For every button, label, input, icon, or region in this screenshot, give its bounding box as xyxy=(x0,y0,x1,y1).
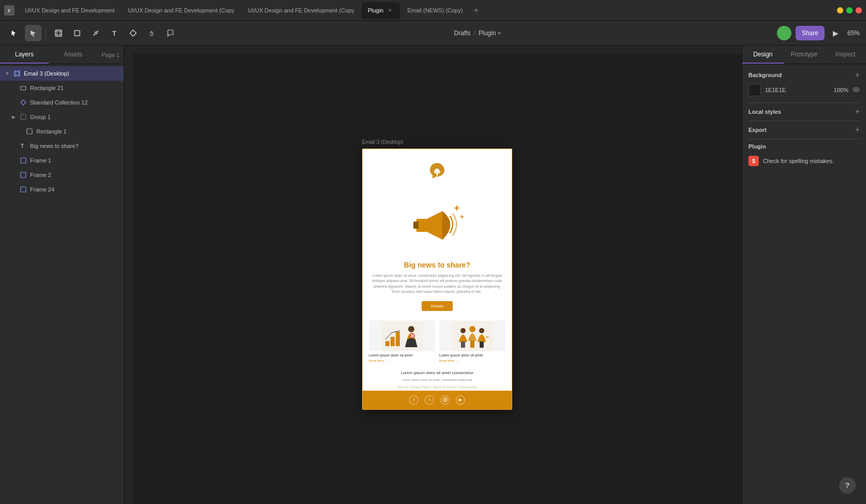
minimize-button[interactable] xyxy=(837,7,843,13)
youtube-icon[interactable]: ▶ xyxy=(456,395,465,405)
layer-frame24[interactable]: Frame 24 xyxy=(0,182,124,197)
layer-bignews[interactable]: T Big news to share? xyxy=(0,139,124,153)
toolbar-separator xyxy=(46,28,46,38)
export-section-header: Export + xyxy=(748,125,860,135)
ruler-horizontal xyxy=(124,46,742,54)
app-icon: F xyxy=(4,5,15,16)
card-link-2[interactable]: Read More → xyxy=(439,359,506,362)
svg-rect-22 xyxy=(21,187,26,192)
avatar[interactable] xyxy=(777,26,791,40)
local-styles-add[interactable]: + xyxy=(855,107,860,116)
email-social-bar: f t ▶ xyxy=(363,391,512,409)
frame-tool[interactable] xyxy=(50,25,67,41)
layer-name-frame1: Frame 1 xyxy=(30,157,120,164)
tab-prototype[interactable]: Prototype xyxy=(784,46,825,64)
shape-tool[interactable] xyxy=(69,25,85,41)
svg-rect-21 xyxy=(21,172,26,177)
help-button[interactable]: ? xyxy=(839,477,856,494)
twitter-icon[interactable]: t xyxy=(425,395,434,405)
title-bar: F UI/UX Design and FE Development UI/UX … xyxy=(0,0,866,21)
close-button[interactable] xyxy=(856,7,862,13)
plugin-label: Plugin xyxy=(748,143,766,150)
window-controls xyxy=(837,7,862,13)
expand-icon xyxy=(10,99,17,106)
expand-icon[interactable]: ▼ xyxy=(4,70,10,77)
layer-rect1[interactable]: Rectangle 1 xyxy=(0,124,124,139)
divider2 xyxy=(748,121,860,121)
breadcrumb: Drafts / Plugin xyxy=(181,29,775,37)
layer-frame2[interactable]: Frame 2 xyxy=(0,168,124,182)
rect-icon xyxy=(26,128,33,135)
tab-assets[interactable]: Assets xyxy=(49,46,97,64)
hand-tool[interactable] xyxy=(143,25,160,41)
instagram-icon[interactable] xyxy=(440,395,450,405)
expand-icon xyxy=(17,128,23,135)
tab-uiux3[interactable]: UI/UX Design and FE Development (Copy xyxy=(241,2,360,19)
layer-name-frame24: Frame 24 xyxy=(30,186,120,192)
background-opacity[interactable]: 100% xyxy=(828,87,848,93)
svg-marker-9 xyxy=(130,30,136,36)
email-cta-button[interactable]: Details xyxy=(422,301,453,311)
svg-point-47 xyxy=(444,399,446,401)
page-label[interactable]: Page 1 xyxy=(97,46,124,64)
breadcrumb-plugin[interactable]: Plugin xyxy=(479,29,501,37)
svg-rect-43 xyxy=(470,340,474,348)
background-add-button[interactable]: + xyxy=(855,70,860,80)
facebook-icon[interactable]: f xyxy=(409,395,418,405)
svg-rect-23 xyxy=(124,46,742,54)
move-tool[interactable] xyxy=(6,25,23,41)
comment-tool[interactable] xyxy=(162,25,179,41)
svg-rect-2 xyxy=(55,30,62,36)
tab-layers[interactable]: Layers xyxy=(0,46,49,64)
svg-rect-24 xyxy=(124,46,133,504)
toolbar-right: Share ▶ 65% xyxy=(777,26,860,40)
layer-name-stdcoll: Standard Collection 12 xyxy=(30,99,120,106)
background-color-swatch[interactable] xyxy=(748,84,761,96)
tab-plugin[interactable]: Plugin ✕ xyxy=(362,2,400,19)
plugin-item-label: Check for spelling mistakes. xyxy=(763,158,834,164)
export-label: Export xyxy=(748,127,767,133)
play-button[interactable]: ▶ xyxy=(829,26,843,40)
frame-icon xyxy=(20,157,27,164)
svg-marker-16 xyxy=(21,100,26,105)
text-icon: T xyxy=(20,142,27,150)
layer-name-rect21: Rectangle 21 xyxy=(30,85,120,91)
expand-icon[interactable]: ▶ xyxy=(10,114,17,120)
card-link-1[interactable]: Read More → xyxy=(369,359,435,362)
email-card-2: Lorem ipsum dolor sit amet Read More → xyxy=(439,320,506,362)
svg-point-48 xyxy=(446,398,446,399)
canvas-area[interactable]: Email 3 (Desktop) G xyxy=(124,46,742,504)
layer-group1[interactable]: ▶ Group 1 xyxy=(0,110,124,124)
maximize-button[interactable] xyxy=(846,7,853,13)
toolbar: T Drafts / Plugin Share ▶ 65% xyxy=(0,21,866,46)
group-icon xyxy=(20,113,27,121)
email-frame-wrapper[interactable]: Email 3 (Desktop) G xyxy=(362,149,512,410)
plugin-spell-check[interactable]: S Check for spelling mistakes. xyxy=(748,154,860,168)
layer-stdcoll[interactable]: Standard Collection 12 xyxy=(0,95,124,110)
tab-email[interactable]: Email (NEWS) (Copy) xyxy=(401,2,469,19)
tab-design[interactable]: Design xyxy=(742,46,784,64)
background-hex[interactable]: 1E1E1E xyxy=(765,87,824,93)
local-styles-header: Local styles + xyxy=(748,107,860,116)
zoom-level[interactable]: 65% xyxy=(847,29,860,37)
tab-inspect[interactable]: Inspect xyxy=(825,46,866,64)
text-tool[interactable]: T xyxy=(106,25,123,41)
breadcrumb-drafts[interactable]: Drafts xyxy=(454,29,471,37)
layer-email3[interactable]: ▼ Email 3 (Desktop) xyxy=(0,66,124,81)
components-tool[interactable] xyxy=(125,25,141,41)
expand-icon xyxy=(10,157,17,164)
tab-uiux1[interactable]: UI/UX Design and FE Development xyxy=(19,2,121,19)
svg-point-35 xyxy=(408,326,414,332)
pen-tool[interactable] xyxy=(88,25,104,41)
plugin-icon: S xyxy=(748,156,759,166)
tab-uiux2[interactable]: UI/UX Design and FE Development (Copy xyxy=(122,2,240,19)
select-tool[interactable] xyxy=(25,25,41,41)
tab-close-icon[interactable]: ✕ xyxy=(386,7,394,14)
layer-frame1[interactable]: Frame 1 xyxy=(0,153,124,168)
export-add[interactable]: + xyxy=(855,125,860,135)
expand-icon xyxy=(10,143,17,149)
visibility-toggle[interactable] xyxy=(853,86,860,94)
layer-rect21[interactable]: Rectangle 21 xyxy=(0,81,124,95)
share-button[interactable]: Share xyxy=(796,26,825,40)
new-tab-button[interactable]: + xyxy=(470,4,482,17)
